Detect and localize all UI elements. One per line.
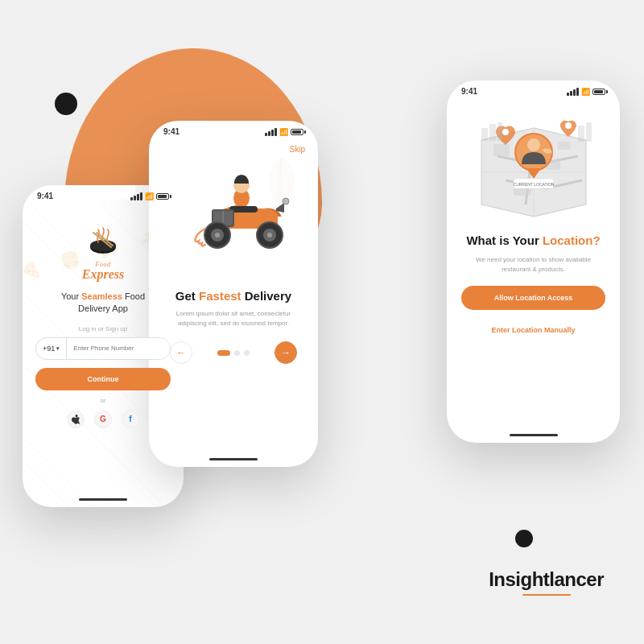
logo-bowl-icon: [85, 225, 121, 260]
wifi-icon-2: 📶: [279, 128, 288, 136]
apple-icon: [71, 415, 80, 424]
signal-icon-2: [265, 128, 277, 136]
location-title: What is Your Location?: [461, 233, 605, 249]
country-code-text: +91: [43, 345, 55, 353]
phone-notch: [71, 185, 135, 200]
tagline-highlight: Seamless: [81, 291, 122, 301]
phone-notch-2: [201, 121, 266, 135]
status-icons-2: 📶: [265, 128, 303, 136]
location-description: We need your location to show available …: [461, 255, 605, 275]
svg-point-12: [215, 233, 220, 237]
tagline: Your Seamless FoodDelivery App: [61, 291, 145, 316]
svg-point-25: [527, 138, 540, 151]
svg-point-29: [565, 122, 572, 129]
svg-rect-22: [558, 142, 571, 150]
phone3-content: What is Your Location? We need your loca…: [447, 233, 620, 342]
country-code: +91 ▾: [36, 338, 67, 359]
enter-location-manually-button[interactable]: Enter Location Manually: [461, 318, 605, 342]
svg-rect-32: [497, 122, 502, 141]
chevron-down-icon: ▾: [56, 345, 60, 352]
battery-icon: [156, 193, 169, 200]
phone1-content: Food Express Your Seamless FoodDelivery …: [23, 200, 184, 428]
phones-container: 9:41 📶: [0, 0, 644, 644]
location-highlight: Location?: [543, 233, 601, 247]
home-bar-1: [79, 498, 127, 501]
home-bar-3: [510, 434, 558, 436]
status-time-1: 9:41: [37, 192, 53, 200]
wifi-icon-3: 📶: [581, 88, 590, 96]
continue-button[interactable]: Continue: [35, 368, 171, 390]
apple-signin-button[interactable]: [67, 411, 85, 428]
logo-area: Food Express: [82, 225, 124, 281]
svg-point-28: [502, 129, 509, 135]
home-bar-2: [209, 458, 258, 460]
svg-rect-34: [586, 122, 592, 142]
phone-number-input[interactable]: [67, 338, 170, 359]
page-dots: [217, 350, 250, 356]
status-icons-1: 📶: [130, 192, 169, 200]
nav-row: ← →: [163, 341, 303, 364]
facebook-signin-button[interactable]: f: [122, 411, 139, 428]
brand-underline: [522, 594, 571, 597]
status-time-2: 9:41: [163, 127, 180, 136]
svg-text:CURRENT LOCATION: CURRENT LOCATION: [513, 182, 554, 187]
phone-location: 9:41 📶: [447, 80, 620, 443]
delivery-description: Lorem ipsum dolor sit amet, consectetur …: [163, 309, 303, 328]
login-label: Log in or Sign up: [79, 325, 128, 332]
svg-point-15: [267, 233, 272, 237]
brand-name: Insightlancer: [489, 568, 604, 591]
map-icon: CURRENT LOCATION: [465, 108, 602, 229]
app-name: Food Express: [82, 260, 124, 281]
svg-rect-30: [481, 128, 488, 141]
battery-icon-3: [592, 89, 605, 95]
signal-icon-3: [567, 88, 579, 96]
delivery-title: Get Fastest Delivery: [163, 289, 303, 303]
dot-1: [217, 350, 230, 356]
or-divider: or: [100, 397, 105, 404]
svg-rect-31: [489, 124, 496, 141]
app-name-express: Express: [82, 268, 124, 281]
location-illustration: CURRENT LOCATION: [447, 104, 620, 233]
brand-label: Insightlancer: [489, 568, 604, 597]
location-title-part1: What is Your: [466, 233, 542, 247]
skip-button[interactable]: Skip: [290, 145, 305, 154]
dot-2: [234, 350, 240, 356]
svg-rect-33: [578, 126, 584, 142]
fastest-highlight: Fastest: [199, 289, 242, 303]
phone-notch-3: [502, 80, 566, 95]
svg-rect-19: [493, 144, 510, 156]
status-time-3: 9:41: [461, 87, 477, 96]
svg-point-16: [283, 198, 289, 204]
next-button[interactable]: →: [275, 341, 297, 364]
google-signin-button[interactable]: G: [94, 411, 112, 428]
delivery-title-part2: Delivery: [242, 289, 292, 303]
scooter-icon: [173, 164, 294, 269]
phone-input-row[interactable]: +91 ▾: [35, 337, 171, 360]
dot-3: [244, 350, 250, 356]
battery-icon-2: [291, 129, 303, 135]
status-icons-3: 📶: [567, 88, 605, 96]
allow-location-button[interactable]: Allow Location Access: [461, 286, 605, 310]
social-icons: G f: [67, 411, 139, 428]
wifi-icon: 📶: [145, 192, 154, 200]
